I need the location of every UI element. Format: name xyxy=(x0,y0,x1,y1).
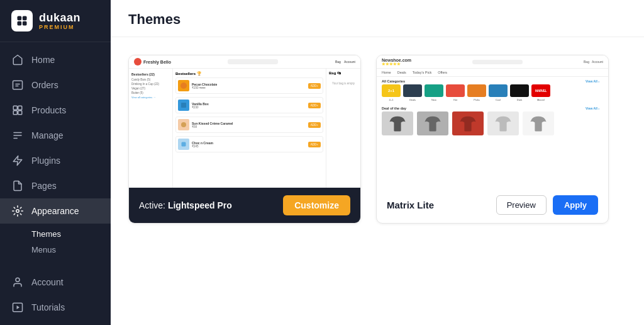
customize-button[interactable]: Customize xyxy=(283,195,350,215)
sidebar-item-manage-label: Manage xyxy=(31,130,64,140)
home-icon xyxy=(11,54,24,66)
appearance-children: Themes Menus xyxy=(0,224,111,260)
sidebar-navigation: Home Orders Products Manage Plugins xyxy=(0,42,111,325)
matrix-theme-bar: Matrix Lite Preview Apply xyxy=(377,188,608,222)
sidebar-item-products[interactable]: Products xyxy=(0,98,111,123)
svg-point-12 xyxy=(180,83,187,89)
svg-rect-1 xyxy=(23,16,27,21)
theme-card-matrix-lite: Newshoe.com ⭐⭐⭐⭐⭐ BagAccount HomeDealsTo… xyxy=(376,55,609,224)
svg-rect-0 xyxy=(18,16,22,21)
brand-sub: PREMIUM xyxy=(39,25,80,30)
theme-card-lightspeed-pro: Freshly Bello BagAccount Bestsellers (22… xyxy=(128,55,361,224)
account-icon xyxy=(11,276,24,288)
pages-icon xyxy=(11,180,24,192)
sidebar-item-themes[interactable]: Themes xyxy=(31,226,111,242)
sidebar-item-appearance[interactable]: Appearance xyxy=(0,198,111,224)
logo-icon xyxy=(11,10,33,31)
svg-rect-13 xyxy=(181,103,186,108)
sidebar-item-account[interactable]: Account xyxy=(0,270,111,295)
themes-grid: Freshly Bello BagAccount Bestsellers (22… xyxy=(111,37,644,241)
plugins-icon xyxy=(11,154,24,167)
brand-name: dukaan xyxy=(39,12,80,23)
sidebar-item-plugins[interactable]: Plugins xyxy=(0,148,111,173)
sidebar-item-appearance-label: Appearance xyxy=(31,206,79,216)
sidebar-item-menus[interactable]: Menus xyxy=(31,242,111,258)
sidebar-item-products-label: Products xyxy=(31,105,66,115)
sidebar-item-pages-label: Pages xyxy=(31,181,57,191)
sidebar: dukaan PREMIUM Home Orders Products xyxy=(0,0,111,325)
svg-rect-8 xyxy=(18,111,22,115)
sidebar-item-manage[interactable]: Manage xyxy=(0,123,111,148)
active-theme-bar: Active: Lightspeed Pro Customize xyxy=(129,188,360,223)
svg-rect-6 xyxy=(18,106,22,110)
preview-button[interactable]: Preview xyxy=(496,195,547,215)
sidebar-item-pages[interactable]: Pages xyxy=(0,173,111,198)
active-theme-name: Lightspeed Pro xyxy=(168,200,232,210)
appearance-icon xyxy=(11,205,24,217)
theme-preview-matrix: Newshoe.com ⭐⭐⭐⭐⭐ BagAccount HomeDealsTo… xyxy=(377,55,608,188)
active-label-text: Active: xyxy=(139,200,165,210)
apply-button[interactable]: Apply xyxy=(553,195,598,215)
sidebar-item-orders-label: Orders xyxy=(31,80,58,90)
sidebar-item-account-label: Account xyxy=(31,277,64,287)
products-icon xyxy=(11,104,24,117)
sidebar-item-appearance-section: Appearance Themes Menus xyxy=(0,198,111,260)
page-title: Themes xyxy=(128,11,626,28)
svg-point-14 xyxy=(181,122,186,127)
svg-rect-15 xyxy=(182,142,186,147)
theme-actions: Preview Apply xyxy=(496,195,598,215)
orders-icon xyxy=(11,79,24,91)
svg-point-10 xyxy=(16,278,19,282)
sidebar-item-home-label: Home xyxy=(31,55,55,65)
tutorials-icon xyxy=(11,301,24,314)
sidebar-item-plugins-label: Plugins xyxy=(31,156,60,166)
manage-icon xyxy=(11,129,24,142)
svg-rect-4 xyxy=(13,81,23,89)
main-header: Themes xyxy=(111,0,644,37)
svg-point-9 xyxy=(16,210,19,213)
theme-preview-lightspeed: Freshly Bello BagAccount Bestsellers (22… xyxy=(129,55,360,188)
sidebar-item-tutorials[interactable]: Tutorials xyxy=(0,295,111,320)
sidebar-item-orders[interactable]: Orders xyxy=(0,72,111,98)
main-content: Themes Freshly Bello BagAccount xyxy=(111,0,644,325)
matrix-theme-name: Matrix Lite xyxy=(387,200,434,210)
brand-logo[interactable]: dukaan PREMIUM xyxy=(0,0,111,42)
sidebar-item-tutorials-label: Tutorials xyxy=(31,302,65,312)
svg-rect-2 xyxy=(18,21,22,26)
svg-rect-5 xyxy=(13,106,17,110)
svg-rect-3 xyxy=(23,21,27,26)
svg-rect-7 xyxy=(13,111,17,115)
sidebar-item-home[interactable]: Home xyxy=(0,47,111,72)
